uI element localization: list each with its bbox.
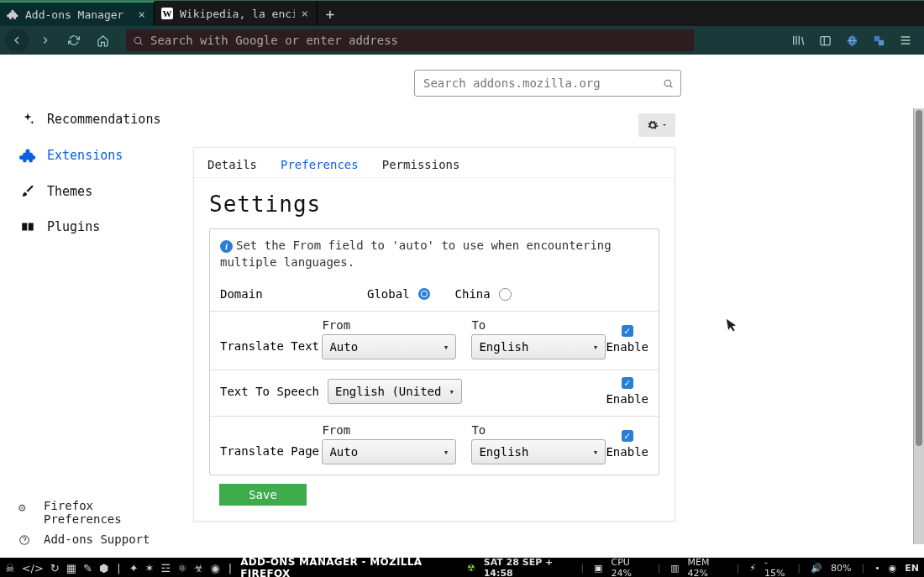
svg-rect-7 bbox=[29, 223, 34, 231]
info-icon: i bbox=[220, 240, 233, 253]
biohazard-icon[interactable]: ☣ bbox=[194, 562, 204, 574]
translate-text-to-select[interactable]: English ▾ bbox=[471, 334, 606, 359]
scrollbar-thumb[interactable] bbox=[916, 110, 922, 446]
svg-rect-6 bbox=[22, 223, 27, 231]
sidebar-item-themes[interactable]: Themes bbox=[18, 181, 193, 202]
cpu-text: CPU 24% bbox=[612, 557, 648, 577]
wikipedia-icon: W bbox=[161, 8, 173, 19]
browser-tab-active[interactable]: Add-ons Manager × bbox=[0, 1, 155, 26]
tab-preferences[interactable]: Preferences bbox=[281, 158, 359, 171]
radio-icon bbox=[418, 288, 430, 300]
active-window-title[interactable]: Add-ons Manager - Mozilla Firefox bbox=[240, 556, 460, 577]
svg-rect-5 bbox=[878, 39, 883, 45]
enable-label: Enable bbox=[606, 445, 648, 459]
translate-page-to-select[interactable]: English ▾ bbox=[471, 439, 606, 464]
library-icon[interactable] bbox=[788, 30, 808, 50]
extension-preferences-card: Details Preferences Permissions Settings… bbox=[193, 147, 675, 522]
plugin-icon bbox=[18, 219, 37, 234]
camera-icon[interactable]: ◉ bbox=[889, 563, 897, 574]
gear-icon: ⚙ bbox=[18, 499, 34, 514]
skull-icon[interactable]: ☠ bbox=[5, 562, 15, 574]
addons-sidebar: Recommendations Extensions Themes Plugin… bbox=[0, 55, 193, 558]
volume-icon[interactable]: 🔊 bbox=[811, 563, 822, 574]
sidebar-item-addons-support[interactable]: Add-ons Support bbox=[18, 532, 150, 546]
reload-button[interactable] bbox=[62, 29, 86, 52]
tab-title: Add-ons Manager bbox=[25, 8, 132, 21]
page-title: Settings bbox=[209, 191, 659, 217]
from-label: From bbox=[322, 318, 456, 332]
chevron-down-icon bbox=[661, 122, 668, 129]
mem-text: MEM 42% bbox=[688, 557, 727, 577]
help-icon bbox=[18, 532, 34, 546]
sidebar-item-extensions[interactable]: Extensions bbox=[18, 144, 193, 166]
chevron-down-icon: ▾ bbox=[593, 342, 599, 353]
domain-row: Domain Global China bbox=[210, 279, 659, 311]
translate-text-enable-checkbox[interactable]: ✓ bbox=[622, 325, 633, 337]
cpu-icon: ▣ bbox=[594, 563, 602, 574]
to-label: To bbox=[471, 318, 606, 332]
tools-gear-button[interactable] bbox=[638, 113, 675, 137]
radio-china[interactable]: China bbox=[455, 287, 512, 301]
tts-row: Text To Speech English (United ▾ ✓ Enabl… bbox=[210, 370, 659, 416]
url-bar[interactable]: Search with Google or enter address bbox=[126, 29, 694, 51]
translate-page-row: Translate Page From Auto ▾ To bbox=[210, 416, 659, 475]
apps-icon[interactable]: ▦ bbox=[66, 562, 76, 574]
globe-icon[interactable] bbox=[842, 30, 862, 50]
atom-icon[interactable]: ⚛ bbox=[177, 562, 187, 574]
chevron-down-icon: ▾ bbox=[444, 342, 449, 353]
cube-icon[interactable]: ⬢ bbox=[99, 562, 108, 574]
forward-button[interactable] bbox=[34, 29, 57, 52]
translate-icon[interactable] bbox=[869, 30, 889, 50]
tab-details[interactable]: Details bbox=[207, 158, 257, 171]
svg-point-0 bbox=[134, 37, 141, 44]
scrollbar[interactable] bbox=[913, 108, 924, 544]
home-button[interactable] bbox=[91, 29, 114, 52]
new-tab-button[interactable]: + bbox=[318, 1, 343, 26]
amo-search[interactable] bbox=[414, 70, 681, 97]
sidebar-item-firefox-preferences[interactable]: ⚙ Firefox Preferences bbox=[18, 499, 150, 526]
browser-tab[interactable]: W Wikipedia, la enci × bbox=[155, 1, 318, 26]
back-button[interactable] bbox=[5, 29, 29, 52]
leaf-icon[interactable]: ✦ bbox=[129, 562, 139, 574]
edit-icon[interactable]: ✎ bbox=[83, 562, 92, 574]
amo-search-input[interactable] bbox=[422, 76, 658, 91]
sidebar-item-recommendations[interactable]: Recommendations bbox=[18, 109, 193, 129]
save-button[interactable]: Save bbox=[219, 484, 307, 506]
menu-icon[interactable] bbox=[895, 30, 916, 50]
translate-page-enable-checkbox[interactable]: ✓ bbox=[622, 430, 633, 442]
code-icon[interactable]: </> bbox=[22, 562, 44, 574]
search-icon[interactable] bbox=[663, 78, 674, 89]
bug-icon[interactable]: ✶ bbox=[145, 562, 155, 574]
row-label: Translate Text bbox=[220, 326, 322, 353]
radiation-icon[interactable]: ☢ bbox=[467, 563, 475, 574]
chevron-down-icon: ▾ bbox=[444, 447, 449, 458]
info-message: iSet the From field to 'auto' to use whe… bbox=[210, 229, 659, 279]
battery-icon: ⚡ bbox=[749, 563, 756, 574]
translate-text-from-select[interactable]: Auto ▾ bbox=[322, 334, 456, 359]
tts-enable-checkbox[interactable]: ✓ bbox=[622, 377, 633, 389]
mem-icon: ▥ bbox=[670, 563, 679, 574]
browser-tab-strip: Add-ons Manager × W Wikipedia, la enci ×… bbox=[0, 0, 924, 26]
sidebar-item-plugins[interactable]: Plugins bbox=[18, 217, 193, 237]
translate-page-from-select[interactable]: Auto ▾ bbox=[322, 439, 456, 464]
translate-text-row: Translate Text From Auto ▾ To bbox=[210, 311, 659, 370]
sidebar-label: Firefox Preferences bbox=[44, 499, 122, 526]
sidebar-footer: ⚙ Firefox Preferences Add-ons Support bbox=[18, 492, 150, 546]
sidebar-icon[interactable] bbox=[815, 30, 835, 50]
lang-indicator[interactable]: EN bbox=[905, 563, 919, 574]
firefox-icon[interactable]: ◉ bbox=[210, 562, 219, 574]
close-icon[interactable]: × bbox=[139, 8, 145, 21]
sidebar-label: Add-ons Support bbox=[44, 532, 150, 546]
radio-global[interactable]: Global bbox=[367, 287, 430, 301]
from-label: From bbox=[322, 423, 456, 437]
row-label: Text To Speech bbox=[220, 385, 328, 398]
tab-permissions[interactable]: Permissions bbox=[382, 158, 460, 171]
close-icon[interactable]: × bbox=[302, 7, 308, 20]
browser-toolbar: Search with Google or enter address bbox=[0, 26, 924, 55]
card-tab-strip: Details Preferences Permissions bbox=[194, 148, 675, 178]
tts-select[interactable]: English (United ▾ bbox=[328, 379, 462, 404]
radio-icon bbox=[499, 288, 512, 301]
sidebar-label: Themes bbox=[47, 184, 92, 199]
sync-icon[interactable]: ↻ bbox=[50, 562, 60, 574]
notes-icon[interactable]: ☲ bbox=[161, 562, 171, 574]
